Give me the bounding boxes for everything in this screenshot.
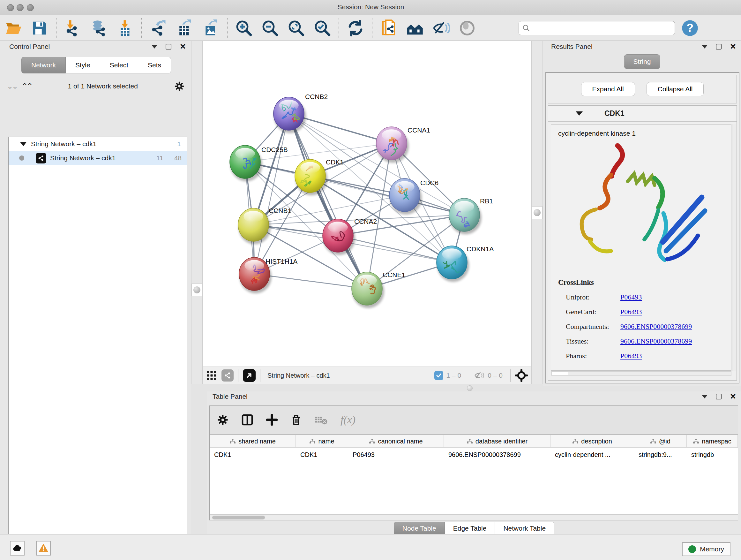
tab-network[interactable]: Network (21, 57, 66, 73)
hide-unhide-button[interactable] (432, 19, 450, 37)
cdk1-section-header[interactable]: CDK1 (548, 106, 737, 122)
panel-menu-icon[interactable] (702, 395, 708, 398)
warnings-button[interactable] (36, 541, 51, 556)
crosslink-link[interactable]: P06493 (620, 308, 642, 316)
right-splitter[interactable] (531, 41, 543, 384)
expand-all-networks-icon[interactable]: ⌄⌄ (7, 83, 17, 89)
table-scrollbar-thumb[interactable] (212, 516, 265, 519)
table-cell[interactable]: CDK1 (296, 448, 348, 461)
table-cell[interactable]: P06493 (348, 448, 444, 461)
selected-checkbox-icon[interactable] (434, 371, 443, 380)
table-panel-title: Table Panel (212, 393, 248, 400)
collapse-all-networks-icon[interactable]: ⌃⌃ (21, 83, 31, 89)
crosslink-link[interactable]: P06493 (620, 293, 642, 301)
column-header-namespac[interactable]: namespac (687, 435, 738, 447)
network-canvas[interactable]: CCNB2CCNA1CDC25BCDK1CDC6RB1CCNB1CCNA2CDK… (203, 41, 531, 367)
network-row[interactable]: String Network – cdk1 11 48 (9, 151, 187, 165)
zoom-fit-button[interactable] (287, 19, 306, 37)
panel-float-icon[interactable] (716, 44, 722, 50)
table-options-gear-icon[interactable] (217, 414, 229, 426)
fit-content-crosshair-icon[interactable] (515, 369, 528, 382)
column-header-name[interactable]: name (296, 435, 348, 447)
right-splitter-handle[interactable] (532, 206, 542, 219)
network-share-icon[interactable] (221, 369, 233, 381)
panel-float-icon[interactable] (716, 394, 722, 399)
column-header-@id[interactable]: @id (634, 435, 687, 447)
network-node-CDKN1A[interactable] (436, 246, 469, 282)
show-columns-icon[interactable] (241, 414, 254, 426)
tab-string[interactable]: String (624, 54, 660, 69)
column-header-description[interactable]: description (550, 435, 634, 447)
export-table-button[interactable] (175, 19, 194, 37)
panel-close-icon[interactable]: ✕ (180, 44, 186, 50)
create-column-plus-icon[interactable] (266, 414, 278, 426)
section-collapse-icon[interactable] (576, 111, 583, 116)
tab-select[interactable]: Select (100, 57, 138, 73)
crosslink-link[interactable]: 9606.ENSP00000378699 (620, 337, 692, 346)
import-network-file-button[interactable] (64, 19, 82, 37)
zoom-in-button[interactable] (234, 19, 253, 37)
table-cell[interactable]: stringdb (687, 448, 738, 461)
memory-button[interactable]: Memory (682, 542, 731, 556)
open-session-button[interactable] (4, 19, 23, 37)
column-header-canonical-name[interactable]: canonical name (348, 435, 444, 447)
open-in-new-window-icon[interactable] (243, 369, 256, 382)
table-cell[interactable]: 9606.ENSP00000378699 (444, 448, 550, 461)
results-horizontal-scrollbar[interactable] (551, 371, 731, 376)
tab-node-table[interactable]: Node Table (394, 522, 445, 535)
panel-close-icon[interactable]: ✕ (730, 394, 736, 399)
table-horizontal-scrollbar[interactable] (210, 514, 738, 520)
panel-menu-icon[interactable] (151, 45, 157, 49)
network-collection-row[interactable]: String Network – cdk1 1 (9, 137, 187, 151)
help-button[interactable]: ? (681, 19, 699, 37)
left-splitter-handle[interactable] (192, 284, 202, 296)
table-cell[interactable]: stringdb:9... (634, 448, 687, 461)
tab-style[interactable]: Style (66, 57, 100, 73)
network-node-CCNA1[interactable] (376, 127, 409, 163)
collapse-all-button[interactable]: Collapse All (647, 82, 704, 96)
zoom-out-button[interactable] (261, 19, 279, 37)
table-row[interactable]: CDK1CDK1P064939606.ENSP00000378699cyclin… (210, 448, 738, 461)
import-table-button[interactable] (116, 19, 134, 37)
zoom-selected-button[interactable] (313, 19, 332, 37)
save-session-button[interactable] (30, 19, 49, 37)
copy-network-button[interactable] (380, 19, 398, 37)
panel-close-icon[interactable]: ✕ (730, 44, 736, 50)
table-cell[interactable]: CDK1 (210, 448, 296, 461)
left-splitter[interactable] (191, 41, 203, 384)
collection-expand-icon[interactable] (20, 142, 26, 146)
network-node-CCNB2[interactable] (273, 97, 306, 133)
home-view-button[interactable] (406, 19, 424, 37)
bottom-splitter-handle[interactable] (467, 385, 473, 391)
results-vertical-scrollbar[interactable] (732, 124, 736, 371)
tab-network-table[interactable]: Network Table (495, 522, 554, 535)
expand-all-button[interactable]: Expand All (581, 82, 635, 96)
show-graphics-button[interactable] (458, 19, 476, 37)
network-node-CDC6[interactable] (389, 179, 422, 214)
network-options-gear-icon[interactable] (174, 81, 185, 91)
crosslink-link[interactable]: P06493 (620, 352, 642, 360)
column-header-shared-name[interactable]: shared name (210, 435, 296, 447)
network-node-CCNA2[interactable] (323, 219, 355, 255)
table-cell[interactable]: cyclin-dependent ... (550, 448, 634, 461)
network-node-CDK1[interactable] (295, 159, 327, 195)
crosslink-row: Tissues:9606.ENSP00000378699 (558, 334, 731, 349)
export-network-button[interactable] (149, 19, 167, 37)
search-input[interactable] (530, 24, 664, 32)
cloud-status-button[interactable] (10, 541, 24, 556)
network-node-RB1[interactable] (449, 198, 482, 234)
crosslink-link[interactable]: 9606.ENSP00000378699 (620, 322, 692, 331)
panel-float-icon[interactable] (165, 44, 172, 50)
delete-column-trash-icon[interactable] (290, 414, 302, 426)
network-graph[interactable]: CCNB2CCNA1CDC25BCDK1CDC6RB1CCNB1CCNA2CDK… (203, 41, 531, 367)
tab-edge-table[interactable]: Edge Table (445, 522, 495, 535)
birds-eye-view-icon[interactable] (206, 370, 217, 381)
network-node-CDC25B[interactable] (230, 145, 262, 181)
column-header-database-identifier[interactable]: database identifier (444, 435, 550, 447)
import-network-database-button[interactable] (90, 19, 108, 37)
network-node-CCNE1[interactable] (352, 272, 384, 308)
tab-sets[interactable]: Sets (138, 57, 171, 73)
export-image-button[interactable] (201, 19, 220, 37)
panel-menu-icon[interactable] (702, 45, 708, 49)
refresh-button[interactable] (346, 19, 365, 37)
